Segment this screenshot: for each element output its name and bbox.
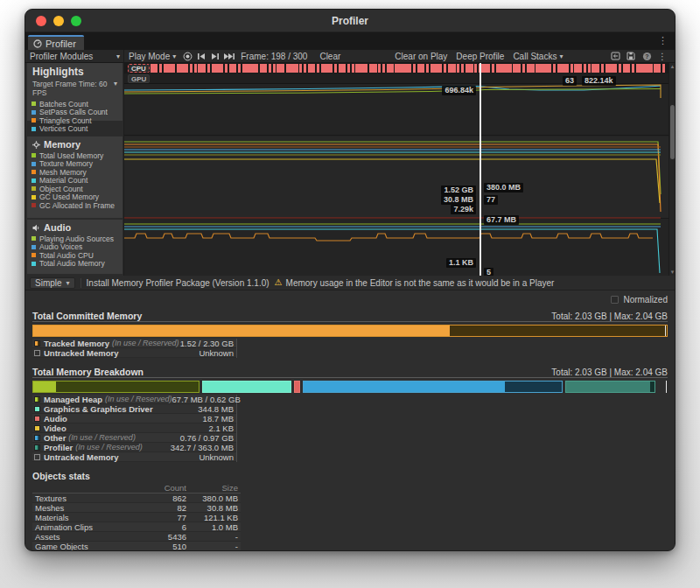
legend-swatch (32, 236, 36, 241)
record-button[interactable] (180, 50, 194, 62)
table-row-materials[interactable]: Materials77121.1 KB (32, 513, 241, 522)
legend-row-untracked[interactable]: Untracked Memory Unknown (32, 452, 236, 462)
profiler-window: Profiler Profiler ⋮ Profiler Modules ▾ P… (24, 9, 676, 551)
legend-row-tracked[interactable]: Tracked Memory (In use / Reserved) 1.52 … (32, 339, 236, 348)
profiler-modules-dropdown[interactable]: Profiler Modules ▾ (25, 50, 124, 62)
normalized-checkbox[interactable] (611, 296, 619, 304)
legend-item[interactable]: Vertices Count (32, 125, 122, 134)
prev-frame-button[interactable] (194, 50, 208, 62)
tab-profiler[interactable]: Profiler (28, 35, 84, 50)
legend-item[interactable]: Total Audio CPU (32, 251, 122, 260)
legend-swatch (32, 118, 36, 122)
legend-row-untracked[interactable]: Untracked Memory Unknown (32, 348, 236, 358)
legend-swatch (32, 170, 36, 174)
legend-item[interactable]: Material Count (32, 177, 122, 186)
annotation-texture-mem: 380.0 MB (484, 183, 523, 192)
table-row-textures[interactable]: Textures862380.0 MB (32, 494, 241, 503)
chart-lines (124, 63, 664, 276)
toolbar-menu-icon[interactable]: ⋮ (655, 52, 669, 61)
scrollbar-thumb[interactable] (670, 105, 675, 159)
module-title-highlights: Highlights (32, 65, 122, 80)
legend-item[interactable]: Object Count (32, 185, 122, 193)
svg-text:?: ? (645, 53, 648, 60)
chart-main: CPU GPU 63 822.1 (25, 63, 675, 276)
play-mode-dropdown[interactable]: Play Mode ▾ (124, 50, 180, 62)
deep-profile-toggle[interactable]: Deep Profile (452, 50, 508, 62)
module-card-memory[interactable]: Memory Total Used Memory Texture Memory … (27, 136, 122, 218)
max-marker (665, 326, 666, 336)
tab-menu-icon[interactable]: ⋮ (658, 35, 668, 46)
table-row-assets[interactable]: Assets5436- (32, 532, 241, 542)
chevron-down-icon: ▾ (66, 279, 70, 287)
scroll-up-icon[interactable]: ▲ (669, 64, 675, 69)
committed-legend: Tracked Memory (In use / Reserved) 1.52 … (32, 339, 237, 358)
legend-item[interactable]: Triangles Count (32, 116, 122, 125)
breakdown-memory-bar (32, 381, 668, 393)
legend-swatch (32, 186, 36, 191)
legend-item[interactable]: Mesh Memory (32, 168, 122, 177)
selected-frame-line[interactable] (480, 63, 481, 276)
profiler-toolbar: Profiler Modules ▾ Play Mode ▾ Frame: 19… (25, 50, 675, 63)
table-row-animation-clips[interactable]: Animation Clips61.0 MB (32, 522, 241, 532)
chevron-down-icon: ▾ (559, 52, 563, 60)
target-frame-time-dropdown[interactable]: Target Frame Time: 60 FPS ▾ (32, 80, 122, 100)
frame-indicator: Frame: 198 / 300 (236, 50, 312, 62)
call-stacks-dropdown[interactable]: Call Stacks ▾ (508, 50, 567, 62)
table-row-game-objects[interactable]: Game Objects510- (32, 542, 241, 551)
tab-label: Profiler (46, 38, 76, 49)
legend-item[interactable]: Batches Count (32, 100, 122, 108)
legend-item[interactable]: Audio Voices (32, 243, 122, 252)
detail-view-dropdown[interactable]: Simple ▾ (30, 277, 75, 289)
current-frame-button[interactable] (222, 50, 236, 62)
table-row-meshes[interactable]: Meshes8230.8 MB (32, 503, 241, 513)
load-profile-icon[interactable] (608, 52, 622, 60)
annotation-batches: 63 (563, 76, 577, 86)
committed-section-header: Total Committed Memory Total: 2.03 GB | … (32, 309, 668, 322)
legend-swatch (32, 245, 36, 249)
legend-row-graphics[interactable]: Graphics & Graphics Driver 344.8 MB (32, 404, 236, 414)
clear-on-play-toggle[interactable]: Clear on Play (390, 50, 452, 62)
annotation-gc-allocated: 1.1 KB (446, 258, 476, 268)
chevron-down-icon: ▾ (116, 52, 120, 60)
legend-swatch (32, 203, 36, 207)
legend-row-other[interactable]: Other (In use / Reserved) 0.76 / 0.97 GB (32, 433, 236, 443)
help-icon[interactable]: ? (640, 52, 654, 61)
scroll-down-icon[interactable]: ▼ (669, 270, 675, 275)
segment-profiler[interactable] (565, 381, 655, 393)
next-frame-button[interactable] (208, 50, 222, 62)
legend-item[interactable]: SetPass Calls Count (32, 108, 122, 117)
module-card-audio[interactable]: Audio Playing Audio Sources Audio Voices… (27, 220, 122, 274)
segment-graphics[interactable] (202, 381, 291, 393)
committed-memory-bar[interactable] (32, 325, 668, 337)
legend-swatch (32, 102, 36, 106)
legend-item[interactable]: Total Audio Memory (32, 260, 122, 269)
chevron-down-icon: ▾ (114, 80, 117, 97)
objects-stats-table: Objects stats Count Size Textures862380.… (32, 471, 241, 551)
legend-row-managed-heap[interactable]: Managed Heap (In use / Reserved) 67.7 MB… (32, 395, 236, 404)
objects-stats-header: Count Size (32, 483, 241, 494)
chevron-down-icon: ▾ (172, 52, 176, 60)
legend-item[interactable]: Total Used Memory (32, 151, 122, 160)
segment-audio[interactable] (294, 381, 300, 393)
annotation-vertices-top: 822.14k (582, 76, 616, 86)
install-memory-profiler-link[interactable]: Install Memory Profiler Package (Version… (87, 278, 270, 288)
chart-scrollbar[interactable]: ▲ ▼ (668, 63, 675, 276)
profiler-gauge-icon (33, 39, 42, 48)
legend-row-video[interactable]: Video 2.1 KB (32, 424, 236, 433)
legend-swatch (32, 162, 36, 166)
legend-row-profiler[interactable]: Profiler (In use / Reserved) 342.7 / 363… (32, 443, 236, 452)
segment-other[interactable] (303, 381, 563, 393)
legend-item[interactable]: GC Used Memory (32, 193, 122, 202)
legend-item[interactable]: Playing Audio Sources (32, 234, 122, 243)
audio-speaker-icon (32, 224, 40, 232)
legend-item[interactable]: Texture Memory (32, 160, 122, 169)
committed-in-use-fill (33, 326, 450, 336)
max-marker (666, 381, 667, 393)
clear-button[interactable]: Clear (315, 50, 345, 62)
module-card-highlights[interactable]: Highlights Target Frame Time: 60 FPS ▾ B… (27, 63, 122, 121)
segment-managed-heap[interactable] (32, 381, 200, 393)
save-profile-icon[interactable] (624, 52, 638, 60)
titlebar: Profiler (25, 10, 675, 32)
legend-row-audio[interactable]: Audio 18.7 MB (32, 414, 236, 424)
legend-item[interactable]: GC Allocated In Frame (32, 201, 122, 210)
